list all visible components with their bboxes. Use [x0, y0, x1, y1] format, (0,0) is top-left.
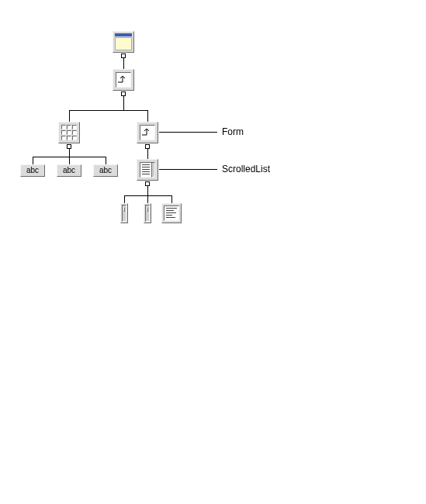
connector — [106, 157, 106, 164]
port — [145, 181, 150, 186]
textpanel-icon — [161, 203, 182, 223]
scrollbar-icon — [120, 203, 128, 223]
connector — [69, 110, 148, 111]
connector — [147, 186, 148, 195]
label-button-3: abc — [93, 164, 118, 177]
connector — [69, 149, 70, 157]
connector — [171, 195, 172, 203]
connector — [147, 149, 148, 159]
connector — [124, 195, 125, 203]
connector — [123, 58, 124, 69]
form-icon — [137, 122, 158, 143]
connector — [69, 110, 70, 122]
scrolled-list-icon — [137, 159, 158, 181]
diagram-canvas: abc abc abc Form ScrolledList — [0, 0, 426, 504]
form-icon — [113, 69, 134, 91]
connector — [69, 157, 70, 164]
label-button-1: abc — [20, 164, 45, 177]
port — [145, 144, 150, 149]
connector — [124, 195, 172, 196]
connector — [123, 96, 124, 110]
port — [67, 144, 71, 149]
port — [121, 54, 126, 58]
connector — [33, 157, 33, 164]
label-button-2: abc — [57, 164, 81, 177]
leader-line-form — [159, 132, 217, 133]
connector — [147, 195, 148, 203]
label-scrolledlist: ScrolledList — [222, 164, 270, 174]
scrollbar-icon — [144, 203, 151, 223]
connector — [147, 110, 148, 122]
port — [121, 91, 126, 96]
window-icon — [113, 31, 134, 53]
label-form: Form — [222, 126, 244, 137]
grid-icon — [58, 122, 80, 143]
leader-line-scrolledlist — [159, 169, 217, 170]
